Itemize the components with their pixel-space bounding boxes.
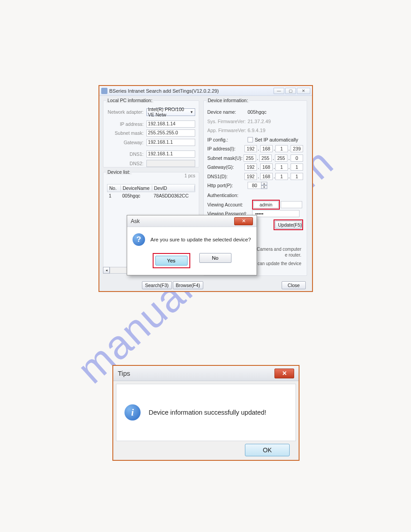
ip-oct3[interactable]: 1 <box>275 145 288 152</box>
http-port-stepper[interactable]: 80 ▲▼ <box>248 182 267 189</box>
search-button[interactable]: Search(F3) <box>142 281 172 289</box>
account-extra-field[interactable] <box>281 201 302 208</box>
devname-label: Device name: <box>207 109 248 115</box>
device-list-heading: Device list: <box>106 169 132 175</box>
dev-gw-label: Gateway(G): <box>207 164 244 170</box>
minimize-button[interactable]: — <box>274 88 284 94</box>
device-list-header: No. DeviceName DevID <box>107 184 195 192</box>
ask-titlebar[interactable]: Ask ✕ <box>127 215 257 227</box>
app-icon <box>101 88 107 94</box>
dev-subnet-input[interactable]: 255. 255. 255. 0 <box>244 154 303 162</box>
tips-titlebar[interactable]: Tips ✕ <box>113 366 299 381</box>
dev-subnet-label: Subnet mask(U): <box>207 155 244 161</box>
window-titlebar[interactable]: BSeries Intranet Search add SetTings(V12… <box>99 86 312 96</box>
maximize-button[interactable]: ▢ <box>285 88 296 94</box>
account-highlight: admin <box>252 200 280 210</box>
appfw-label: App. FirmwareVer: <box>207 128 248 133</box>
sysfw-label: Sys. FirmwareVer: <box>207 119 248 124</box>
scroll-left-icon[interactable]: ◂ <box>103 267 110 274</box>
ask-close-button[interactable]: ✕ <box>234 217 253 225</box>
col-no: No. <box>107 185 121 191</box>
gw-oct4[interactable]: 1 <box>291 163 303 171</box>
gw-oct2[interactable]: 168 <box>260 163 273 171</box>
dns-oct4[interactable]: 1 <box>291 173 303 180</box>
network-adapter-value: Intel(R) PRO/100 VE Netw <box>148 107 190 117</box>
ipconfig-label: IP config.: <box>207 137 248 142</box>
local-dns2-label: DNS2: <box>107 161 146 166</box>
local-subnet-label: Subnet mask: <box>107 130 146 136</box>
ask-message: Are you sure to update the selected devi… <box>150 237 251 242</box>
dns-oct3[interactable]: 1 <box>275 173 288 180</box>
network-adapter-select[interactable]: Intel(R) PRO/100 VE Netw ▼ <box>146 108 195 116</box>
local-ip-value: 192.168.1.14 <box>146 120 195 128</box>
device-count: 1 pcs <box>184 173 195 178</box>
cell-id: 78A5DD0362CC <box>152 193 190 198</box>
account-input[interactable]: admin <box>253 201 278 208</box>
local-subnet-value: 255.255.255.0 <box>146 129 195 137</box>
http-port-value[interactable]: 80 <box>248 182 261 189</box>
window-title: BSeries Intranet Search add SetTings(V12… <box>109 88 219 94</box>
sysfw-value: 21.37.2.49 <box>248 119 271 124</box>
yes-highlight: Yes <box>153 253 190 268</box>
local-pc-panel: Local PC information: Network adapter: I… <box>103 100 199 167</box>
tips-close-button[interactable]: ✕ <box>274 369 294 378</box>
close-button-bottom[interactable]: Close <box>282 281 306 289</box>
dev-ip-label: IP address(I): <box>207 146 244 151</box>
cell-name: 005hgqc <box>120 193 152 198</box>
local-dns1-label: DNS1: <box>107 151 146 157</box>
device-list-row[interactable]: 1 005hgqc 78A5DD0362CC <box>107 192 195 199</box>
col-devid: DevID <box>152 185 195 191</box>
sub-oct4[interactable]: 0 <box>291 154 303 162</box>
update-button[interactable]: Update(F5) <box>275 221 302 229</box>
spin-up-icon[interactable]: ▲ <box>261 182 267 185</box>
update-highlight: Update(F5) <box>274 219 303 230</box>
tips-message: Device information successfully updated! <box>149 409 266 416</box>
dev-gw-input[interactable]: 192. 168. 1. 1 <box>244 163 303 171</box>
ip-oct4[interactable]: 239 <box>291 145 303 152</box>
yes-button[interactable]: Yes <box>155 256 188 266</box>
close-button[interactable]: ✕ <box>297 88 310 94</box>
local-dns1-value: 192.168.1.1 <box>146 150 195 158</box>
sub-oct3[interactable]: 255 <box>275 154 287 162</box>
ip-oct1[interactable]: 192 <box>244 145 257 152</box>
cell-no: 1 <box>107 193 120 198</box>
ask-title: Ask <box>131 218 140 224</box>
device-info-heading: Device information: <box>206 98 249 103</box>
local-gateway-label: Gateway: <box>107 140 146 145</box>
devname-value: 005hgqc <box>248 109 266 115</box>
chevron-down-icon: ▼ <box>190 110 193 114</box>
dev-dns-input[interactable]: 192. 168. 1. 1 <box>244 173 303 180</box>
tips-dialog: Tips ✕ i Device information successfully… <box>112 365 300 461</box>
dev-ip-input[interactable]: 192. 168. 1. 239 <box>244 145 303 152</box>
info-icon: i <box>124 404 141 420</box>
no-button[interactable]: No <box>199 253 231 263</box>
sub-oct2[interactable]: 255 <box>259 154 272 162</box>
auth-label: Authentication: <box>207 193 248 198</box>
local-ip-label: IP address: <box>107 121 146 127</box>
dns-oct1[interactable]: 192 <box>244 173 257 180</box>
ip-oct2[interactable]: 168 <box>260 145 273 152</box>
ok-button[interactable]: OK <box>245 444 290 456</box>
dev-dns-label: DNS1(D): <box>207 174 244 179</box>
tips-title: Tips <box>118 369 130 377</box>
local-dns2-value <box>146 160 195 167</box>
account-label: Viewing Account: <box>207 202 252 207</box>
appfw-value: 6.9.4.19 <box>248 128 265 133</box>
http-port-label: Http port(P): <box>207 183 248 188</box>
local-gateway-value: 192.168.1.1 <box>146 139 195 146</box>
local-pc-heading: Local PC information: <box>106 98 154 103</box>
col-name: DeviceName <box>121 185 152 191</box>
password-input[interactable]: ••••• <box>252 210 300 217</box>
browse-button[interactable]: Browse(F4) <box>173 281 203 289</box>
network-adapter-label: Network adapter: <box>107 109 146 115</box>
gw-oct3[interactable]: 1 <box>275 163 288 171</box>
auto-ip-checkbox[interactable] <box>248 137 253 142</box>
gw-oct1[interactable]: 192 <box>244 163 257 171</box>
auto-ip-label: Set IP automatically <box>255 137 298 142</box>
sub-oct1[interactable]: 255 <box>244 154 256 162</box>
question-icon: ? <box>133 233 145 246</box>
spin-down-icon[interactable]: ▼ <box>261 185 267 189</box>
ask-dialog: Ask ✕ ? Are you sure to update the selec… <box>127 215 257 275</box>
dns-oct2[interactable]: 168 <box>260 173 273 180</box>
